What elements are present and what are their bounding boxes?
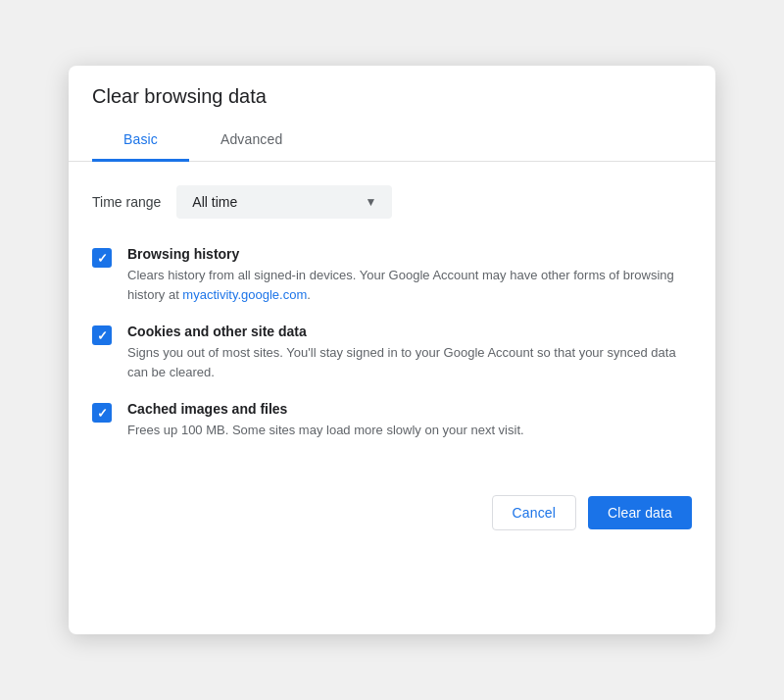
tab-advanced[interactable]: Advanced bbox=[189, 120, 314, 162]
clear-data-button[interactable]: Clear data bbox=[588, 496, 692, 529]
time-range-select[interactable]: All time ▼ bbox=[176, 185, 392, 219]
dropdown-arrow-icon: ▼ bbox=[365, 195, 376, 209]
cookies-desc: Signs you out of most sites. You'll stay… bbox=[127, 343, 692, 381]
cookies-checkbox[interactable]: ✓ bbox=[92, 325, 112, 345]
cached-images-content: Cached images and files Frees up 100 MB.… bbox=[127, 401, 524, 440]
time-range-value: All time bbox=[192, 194, 237, 210]
list-item: ✓ Cookies and other site data Signs you … bbox=[92, 324, 692, 381]
clear-browsing-data-dialog: Clear browsing data Basic Advanced Time … bbox=[69, 66, 715, 634]
dialog-title: Clear browsing data bbox=[69, 66, 715, 120]
browsing-history-content: Browsing history Clears history from all… bbox=[127, 246, 692, 304]
time-range-label: Time range bbox=[92, 194, 161, 210]
tabs-container: Basic Advanced bbox=[69, 120, 715, 162]
tab-basic[interactable]: Basic bbox=[92, 120, 189, 162]
cancel-button[interactable]: Cancel bbox=[492, 495, 576, 530]
cached-images-title: Cached images and files bbox=[127, 401, 524, 417]
cached-images-checkbox[interactable]: ✓ bbox=[92, 403, 112, 423]
cookies-content: Cookies and other site data Signs you ou… bbox=[127, 324, 692, 381]
cached-images-desc: Frees up 100 MB. Some sites may load mor… bbox=[127, 421, 524, 440]
list-item: ✓ Browsing history Clears history from a… bbox=[92, 246, 692, 304]
checkbox-items-container: ✓ Browsing history Clears history from a… bbox=[92, 246, 692, 440]
checkmark-icon: ✓ bbox=[97, 407, 108, 420]
myactivity-link[interactable]: myactivity.google.com bbox=[182, 287, 307, 302]
dialog-body: Time range All time ▼ ✓ Browsing history… bbox=[69, 162, 715, 452]
checkmark-icon: ✓ bbox=[97, 252, 108, 265]
browsing-history-title: Browsing history bbox=[127, 246, 692, 262]
browsing-history-checkbox[interactable]: ✓ bbox=[92, 248, 112, 268]
dialog-footer: Cancel Clear data bbox=[69, 472, 715, 554]
list-item: ✓ Cached images and files Frees up 100 M… bbox=[92, 401, 692, 440]
cookies-title: Cookies and other site data bbox=[127, 324, 692, 339]
time-range-row: Time range All time ▼ bbox=[92, 185, 692, 219]
browsing-history-desc: Clears history from all signed-in device… bbox=[127, 266, 692, 304]
checkmark-icon: ✓ bbox=[97, 329, 108, 342]
